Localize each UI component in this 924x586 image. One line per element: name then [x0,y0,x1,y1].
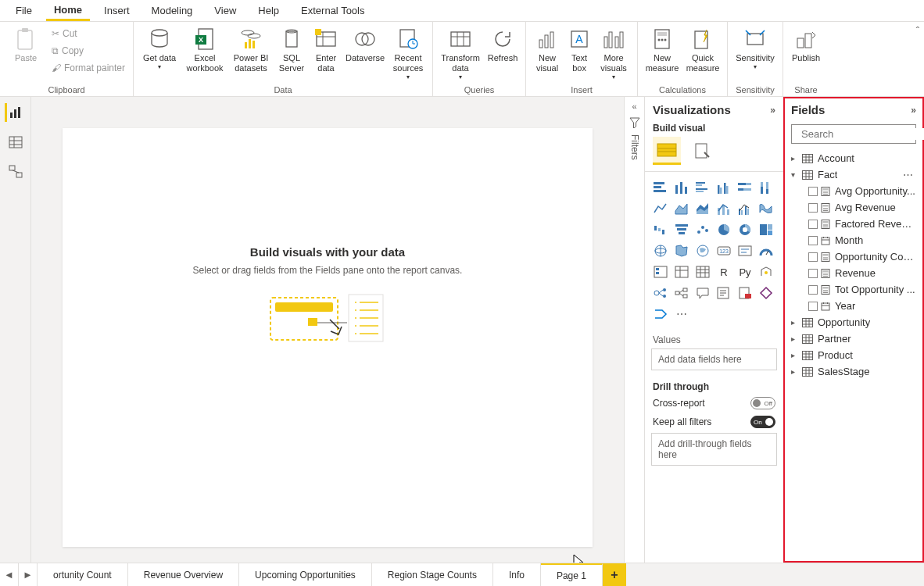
new-visual-button[interactable]: New visual [531,25,564,83]
menu-file[interactable]: File [8,2,40,20]
power-automate-icon[interactable] [651,305,670,323]
waterfall-icon[interactable] [651,220,670,239]
transform-data-button[interactable]: Transform data▾ [438,25,483,83]
cross-report-toggle[interactable]: Off [750,397,775,409]
enter-data-button[interactable]: Enter data [310,25,342,83]
search-input[interactable] [801,128,924,140]
field-row[interactable]: Avg Opportunity... [786,183,921,199]
text-box-button[interactable]: AText box [565,25,593,83]
field-checkbox[interactable] [808,187,818,196]
hundred-stacked-bar-icon[interactable] [736,178,754,197]
matrix-icon[interactable]: R [714,263,733,281]
paginated-report-icon[interactable] [736,284,754,302]
copy-button[interactable]: ⧉Copy [48,42,128,59]
line-clustered-column-icon[interactable] [736,199,754,218]
field-checkbox[interactable] [808,236,818,245]
collapse-fields-icon[interactable]: » [911,105,916,116]
table-row[interactable]: ▸SalesStage [786,363,921,380]
field-row[interactable]: Avg Revenue [786,199,921,216]
donut-icon[interactable] [736,220,754,239]
page-tab-active[interactable]: Page 1 [541,563,603,586]
table-row[interactable]: ▸Product [786,347,921,363]
report-view-icon[interactable] [5,103,23,122]
fields-search[interactable] [791,124,916,144]
sensitivity-button[interactable]: Sensitivity▾ [732,25,778,83]
get-more-visuals-icon[interactable]: ⋯ [672,305,691,323]
excel-button[interactable]: XExcel workbook [182,25,227,83]
paste-button[interactable]: Paste [5,25,47,83]
refresh-button[interactable]: Refresh [485,25,521,83]
field-row[interactable]: Month [786,232,921,248]
scatter-icon[interactable] [693,220,712,239]
values-drop-zone[interactable]: Add data fields here [651,348,777,370]
table-row[interactable]: ▸Partner [786,331,921,347]
expand-left-icon[interactable]: « [632,102,636,111]
stacked-column-icon[interactable] [672,178,691,197]
collapse-ribbon-button[interactable]: ˆ [916,25,919,37]
recent-sources-button[interactable]: Recent sources▾ [389,25,428,83]
field-checkbox[interactable] [808,285,818,295]
card-icon[interactable] [736,241,754,260]
page-tab[interactable]: ortunity Count [38,563,128,586]
filters-pane-collapsed[interactable]: « Filters [624,97,644,563]
cut-button[interactable]: ✂Cut [48,25,128,42]
keep-filters-toggle[interactable]: On [750,416,775,428]
sql-server-button[interactable]: SQL Server [274,25,309,83]
get-data-button[interactable]: Get data▾ [138,25,181,83]
pie-icon[interactable] [714,220,733,239]
field-row[interactable]: Year [786,298,921,314]
page-tab[interactable]: Region Stage Counts [372,563,493,586]
python-visual-icon[interactable] [757,263,775,281]
stacked-area-icon[interactable] [693,199,712,218]
clustered-bar-icon[interactable] [693,178,712,197]
next-page-button[interactable]: ► [19,563,38,586]
menu-home[interactable]: Home [46,1,90,21]
azure-map-icon[interactable] [693,241,712,260]
menu-external-tools[interactable]: External Tools [293,2,372,20]
slicer-icon[interactable] [672,263,691,281]
menu-insert[interactable]: Insert [96,2,138,20]
field-checkbox[interactable] [808,252,818,262]
r-visual-icon[interactable]: Py [736,263,754,281]
pbi-datasets-button[interactable]: Power BI datasets [229,25,273,83]
menu-modeling[interactable]: Modeling [144,2,201,20]
kpi-icon[interactable] [651,263,670,281]
stacked-bar-icon[interactable] [651,178,670,197]
field-checkbox[interactable] [808,220,818,229]
field-checkbox[interactable] [808,203,818,213]
smart-narrative-icon[interactable] [714,284,733,302]
decomposition-tree-icon[interactable] [672,284,691,302]
field-checkbox[interactable] [808,269,818,278]
data-view-icon[interactable] [6,133,25,152]
field-row[interactable]: Tot Opportunity ... [786,281,921,298]
format-painter-button[interactable]: 🖌Format painter [48,59,128,77]
ribbon-chart-icon[interactable] [757,199,775,218]
table-row[interactable]: ▸Account [786,150,921,166]
filled-map-icon[interactable] [672,241,691,260]
page-tab[interactable]: Upcoming Opportunities [239,563,372,586]
table-row[interactable]: ▸Opportunity [786,314,921,331]
power-apps-icon[interactable] [757,284,775,302]
clustered-column-icon[interactable] [714,178,733,197]
line-chart-icon[interactable] [651,199,670,218]
qa-icon[interactable] [693,284,712,302]
area-chart-icon[interactable] [672,199,691,218]
multi-row-card-icon[interactable] [757,241,775,260]
more-visuals-button[interactable]: More visuals▾ [595,25,632,83]
model-view-icon[interactable] [6,163,25,181]
format-visual-tab[interactable] [689,137,717,165]
hundred-stacked-column-icon[interactable] [757,178,775,197]
treemap-icon[interactable] [757,220,775,239]
field-row[interactable]: Revenue [786,265,921,281]
funnel-icon[interactable] [672,220,691,239]
drill-through-drop-zone[interactable]: Add drill-through fields here [651,433,777,466]
table-icon[interactable] [693,263,712,281]
menu-view[interactable]: View [206,2,244,20]
collapse-viz-icon[interactable]: » [770,105,775,116]
field-row[interactable]: Factored Revenue [786,216,921,232]
more-icon[interactable]: ⋯ [903,169,916,180]
build-visual-tab[interactable] [653,137,681,165]
quick-measure-button[interactable]: Quick measure [683,25,722,83]
publish-button[interactable]: Publish [788,25,824,83]
new-measure-button[interactable]: New measure [643,25,682,83]
